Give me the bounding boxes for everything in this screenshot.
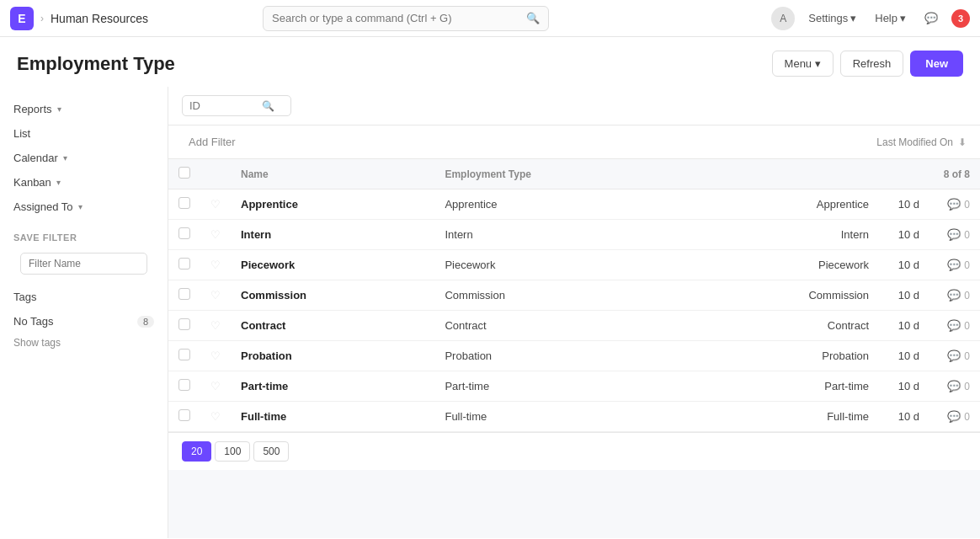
row-name-cell: Piecework: [231, 250, 434, 280]
settings-button[interactable]: Settings ▾: [803, 8, 861, 28]
row-employment-type: Contract: [434, 311, 688, 341]
favorite-icon[interactable]: ♡: [210, 198, 221, 211]
add-filter-button[interactable]: Add Filter: [182, 132, 242, 152]
row-favorite-cell: ♡: [200, 341, 231, 371]
row-messages-cell: 💬 0: [929, 371, 980, 402]
save-filter-label: SAVE FILTER: [0, 232, 168, 243]
row-name-cell: Full-time: [231, 402, 434, 432]
row-days: 10 d: [879, 371, 929, 402]
id-input[interactable]: [189, 99, 257, 112]
row-checkbox[interactable]: [178, 227, 190, 239]
favorite-icon[interactable]: ♡: [210, 350, 221, 362]
row-name[interactable]: Contract: [241, 319, 285, 332]
row-employment-type: Part-time: [434, 371, 688, 402]
row-name[interactable]: Intern: [241, 228, 271, 241]
th-employment-type: Employment Type: [434, 159, 688, 189]
row-type2: Full-time: [688, 402, 879, 432]
message-count: 0: [964, 411, 970, 423]
row-messages-cell: 💬 0: [929, 280, 980, 311]
row-checkbox[interactable]: [178, 349, 190, 360]
th-count: 8 of 8: [688, 159, 980, 189]
row-name[interactable]: Apprentice: [241, 198, 298, 211]
favorite-icon[interactable]: ♡: [210, 319, 221, 332]
tags-section: Tags: [0, 285, 168, 309]
row-favorite-cell: ♡: [200, 402, 231, 432]
row-name[interactable]: Full-time: [241, 410, 286, 423]
page-actions: Menu ▾ Refresh New: [772, 51, 963, 77]
row-name[interactable]: Probation: [241, 350, 292, 362]
message-icon[interactable]: 💬: [947, 289, 961, 302]
row-messages-cell: 💬 0: [929, 220, 980, 250]
menu-button[interactable]: Menu ▾: [772, 51, 834, 77]
row-checkbox-cell: [168, 280, 200, 311]
chat-button[interactable]: 💬: [919, 8, 943, 28]
page-title: Employment Type: [17, 53, 175, 75]
sidebar-item-kanban[interactable]: Kanban ▾: [0, 170, 168, 195]
help-button[interactable]: Help ▾: [870, 8, 911, 28]
id-search-box[interactable]: 🔍: [182, 95, 291, 116]
message-icon[interactable]: 💬: [947, 380, 961, 392]
message-icon[interactable]: 💬: [947, 319, 961, 332]
search-bar[interactable]: 🔍: [263, 6, 549, 31]
row-name-cell: Part-time: [231, 371, 434, 402]
row-checkbox-cell: [168, 402, 200, 432]
row-checkbox[interactable]: [178, 197, 190, 209]
row-name[interactable]: Part-time: [241, 380, 288, 392]
notification-badge[interactable]: 3: [951, 9, 970, 28]
message-icon[interactable]: 💬: [947, 350, 961, 362]
row-checkbox[interactable]: [178, 258, 190, 270]
search-input[interactable]: [272, 12, 526, 24]
row-days: 10 d: [879, 189, 929, 220]
row-type2: Probation: [688, 341, 879, 371]
row-checkbox[interactable]: [178, 288, 190, 300]
favorite-icon[interactable]: ♡: [210, 259, 221, 271]
page-size-100[interactable]: 100: [215, 441, 250, 462]
message-icon[interactable]: 💬: [947, 259, 961, 271]
new-button[interactable]: New: [910, 51, 963, 77]
message-count: 0: [964, 199, 970, 211]
message-count: 0: [964, 229, 970, 241]
message-icon[interactable]: 💬: [947, 410, 961, 423]
message-count: 0: [964, 290, 970, 302]
row-name[interactable]: Piecework: [241, 259, 295, 271]
employment-type-table: Name Employment Type 8 of 8 ♡ Apprentice…: [168, 159, 980, 432]
favorite-icon[interactable]: ♡: [210, 228, 221, 241]
sidebar-item-calendar[interactable]: Calendar ▾: [0, 146, 168, 170]
message-icon[interactable]: 💬: [947, 198, 961, 211]
favorite-icon[interactable]: ♡: [210, 289, 221, 302]
page-size-20[interactable]: 20: [182, 441, 211, 462]
select-all-checkbox[interactable]: [178, 167, 190, 179]
app-logo[interactable]: E: [10, 7, 34, 30]
page-size-500[interactable]: 500: [253, 441, 289, 462]
filter-name-input[interactable]: [20, 253, 147, 275]
filter-bar: 🔍: [168, 87, 980, 125]
filter-icon[interactable]: ⬇: [958, 136, 967, 148]
row-messages-cell: 💬 0: [929, 189, 980, 220]
favorite-icon[interactable]: ♡: [210, 380, 221, 392]
sidebar-item-list[interactable]: List: [0, 121, 168, 146]
row-name-cell: Apprentice: [231, 189, 434, 220]
show-tags-button[interactable]: Show tags: [0, 334, 168, 352]
row-checkbox[interactable]: [178, 409, 190, 421]
row-name-cell: Contract: [231, 311, 434, 341]
row-name-cell: Commission: [231, 280, 434, 311]
row-days: 10 d: [879, 311, 929, 341]
page-header: Employment Type Menu ▾ Refresh New: [0, 37, 980, 87]
avatar[interactable]: A: [771, 7, 795, 30]
tags-count: 8: [137, 316, 154, 328]
chevron-down-icon: ▾: [78, 202, 83, 211]
row-checkbox[interactable]: [178, 318, 190, 330]
row-type2: Contract: [688, 311, 879, 341]
sidebar-item-reports[interactable]: Reports ▾: [0, 97, 168, 121]
sidebar-item-assigned[interactable]: Assigned To ▾: [0, 195, 168, 219]
favorite-icon[interactable]: ♡: [210, 410, 221, 423]
message-count: 0: [964, 259, 970, 271]
row-type2: Part-time: [688, 371, 879, 402]
row-checkbox[interactable]: [178, 379, 190, 391]
row-name[interactable]: Commission: [241, 289, 306, 302]
refresh-button[interactable]: Refresh: [840, 51, 904, 77]
message-icon[interactable]: 💬: [947, 228, 961, 241]
table-container: Add Filter Last Modified On ⬇ Name: [168, 125, 980, 470]
row-employment-type: Full-time: [434, 402, 688, 432]
row-checkbox-cell: [168, 189, 200, 220]
